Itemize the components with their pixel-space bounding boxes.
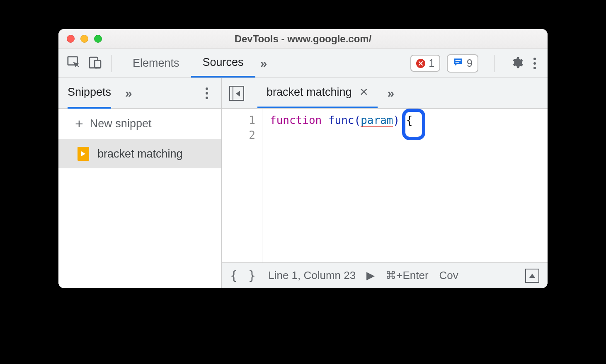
devtools-window: DevTools - www.google.com/ Elements Sour… (58, 29, 548, 288)
editor-pane: bracket matching ✕ » 1 2 function func(p… (222, 78, 548, 288)
line-gutter: 1 2 (222, 109, 262, 262)
snippet-file-icon (78, 147, 89, 161)
settings-icon[interactable] (510, 56, 524, 71)
panel-tabs: Elements Sources » (121, 49, 272, 78)
window-title: DevTools - www.google.com/ (65, 33, 541, 45)
kebab-menu-icon[interactable] (530, 58, 539, 69)
line-number: 1 (222, 113, 255, 128)
more-file-tabs-icon[interactable]: » (383, 86, 400, 100)
toggle-device-icon[interactable] (88, 56, 102, 71)
sidebar-kebab-icon[interactable] (202, 87, 211, 99)
error-icon (416, 59, 425, 68)
messages-badge[interactable]: 9 (447, 54, 478, 73)
close-tab-icon[interactable]: ✕ (359, 86, 368, 99)
code-line (270, 128, 412, 143)
minimize-window-button[interactable] (80, 35, 88, 43)
more-tabs-icon[interactable]: » (255, 56, 272, 70)
plus-icon: + (75, 116, 83, 132)
token-keyword: function (270, 114, 322, 126)
sidebar-tabs: Snippets » (58, 78, 221, 109)
pretty-print-icon[interactable]: { } (230, 268, 257, 283)
messages-count: 9 (467, 57, 473, 69)
main-area: Snippets » + New snippet bracket matchin… (58, 78, 548, 288)
cursor-position: Line 1, Column 23 (268, 269, 356, 282)
more-sidebar-tabs-icon[interactable]: » (120, 86, 137, 100)
token-param: param (361, 114, 393, 127)
tab-snippets[interactable]: Snippets (68, 86, 111, 109)
divider (112, 55, 112, 72)
tab-sources[interactable]: Sources (191, 49, 255, 78)
errors-count: 1 (429, 57, 434, 69)
expand-drawer-icon[interactable] (525, 269, 539, 283)
inspect-element-icon[interactable] (67, 56, 81, 71)
divider (494, 55, 494, 72)
highlighted-brace: { (406, 113, 413, 128)
svg-rect-2 (95, 60, 101, 68)
show-navigator-icon[interactable] (229, 86, 244, 101)
run-shortcut-label: ⌘+Enter (385, 269, 428, 282)
code-editor[interactable]: 1 2 function func(param) { (222, 109, 548, 262)
traffic-lights (67, 35, 102, 43)
run-snippet-icon[interactable]: ▶ (366, 269, 375, 282)
message-icon (453, 57, 463, 70)
file-tab-label: bracket matching (267, 86, 352, 99)
editor-statusbar: { } Line 1, Column 23 ▶ ⌘+Enter Cov (222, 262, 548, 288)
token-paren: ) (393, 114, 400, 126)
zoom-window-button[interactable] (94, 35, 102, 43)
code-line: function func(param) { (270, 113, 412, 128)
token-paren: ( (354, 114, 361, 126)
snippet-item-label: bracket matching (97, 148, 183, 160)
tab-elements[interactable]: Elements (121, 49, 191, 78)
coverage-label[interactable]: Cov (439, 269, 458, 282)
snippet-item[interactable]: bracket matching (58, 139, 221, 168)
main-toolbar: Elements Sources » 1 9 (58, 49, 548, 78)
new-snippet-label: New snippet (90, 117, 152, 130)
token-function-name: func (328, 114, 354, 126)
file-tab-active[interactable]: bracket matching ✕ (257, 78, 378, 108)
file-tabs: bracket matching ✕ » (222, 78, 548, 109)
code-content[interactable]: function func(param) { (262, 109, 420, 262)
navigator-sidebar: Snippets » + New snippet bracket matchin… (58, 78, 222, 288)
token-brace: { (406, 114, 413, 126)
close-window-button[interactable] (67, 35, 75, 43)
line-number: 2 (222, 128, 255, 143)
new-snippet-button[interactable]: + New snippet (58, 109, 221, 139)
titlebar: DevTools - www.google.com/ (58, 29, 548, 49)
errors-badge[interactable]: 1 (410, 55, 440, 72)
